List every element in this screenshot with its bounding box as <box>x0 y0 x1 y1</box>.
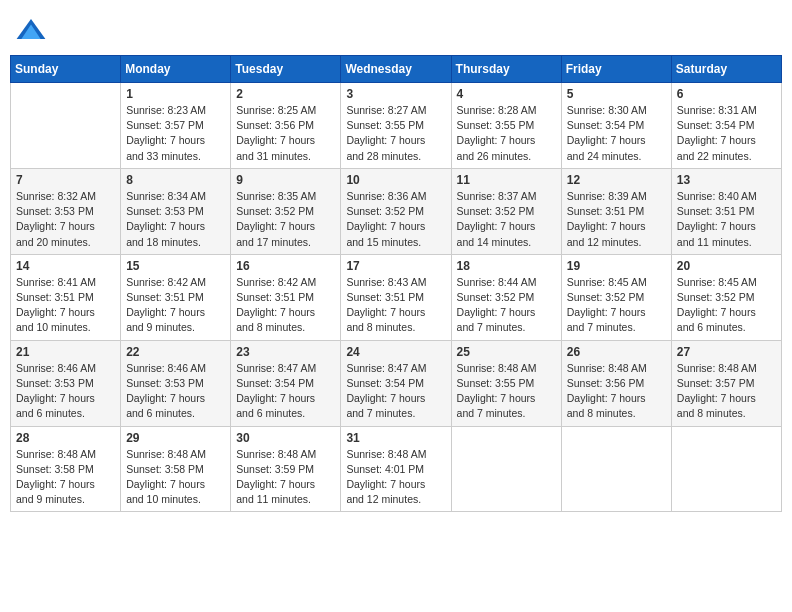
cell-content: Sunrise: 8:45 AMSunset: 3:52 PMDaylight:… <box>567 275 666 336</box>
calendar-cell: 31Sunrise: 8:48 AMSunset: 4:01 PMDayligh… <box>341 426 451 512</box>
day-number: 18 <box>457 259 556 273</box>
calendar-cell: 25Sunrise: 8:48 AMSunset: 3:55 PMDayligh… <box>451 340 561 426</box>
calendar-cell: 2Sunrise: 8:25 AMSunset: 3:56 PMDaylight… <box>231 83 341 169</box>
cell-content: Sunrise: 8:41 AMSunset: 3:51 PMDaylight:… <box>16 275 115 336</box>
cell-content: Sunrise: 8:42 AMSunset: 3:51 PMDaylight:… <box>236 275 335 336</box>
day-number: 24 <box>346 345 445 359</box>
day-number: 3 <box>346 87 445 101</box>
day-number: 28 <box>16 431 115 445</box>
cell-content: Sunrise: 8:36 AMSunset: 3:52 PMDaylight:… <box>346 189 445 250</box>
day-number: 23 <box>236 345 335 359</box>
cell-content: Sunrise: 8:23 AMSunset: 3:57 PMDaylight:… <box>126 103 225 164</box>
logo <box>15 15 49 47</box>
cell-content: Sunrise: 8:48 AMSunset: 3:55 PMDaylight:… <box>457 361 556 422</box>
day-number: 4 <box>457 87 556 101</box>
cell-content: Sunrise: 8:48 AMSunset: 3:59 PMDaylight:… <box>236 447 335 508</box>
calendar-cell: 3Sunrise: 8:27 AMSunset: 3:55 PMDaylight… <box>341 83 451 169</box>
calendar-cell: 8Sunrise: 8:34 AMSunset: 3:53 PMDaylight… <box>121 168 231 254</box>
calendar-cell: 7Sunrise: 8:32 AMSunset: 3:53 PMDaylight… <box>11 168 121 254</box>
day-number: 29 <box>126 431 225 445</box>
calendar-cell: 9Sunrise: 8:35 AMSunset: 3:52 PMDaylight… <box>231 168 341 254</box>
calendar-cell: 11Sunrise: 8:37 AMSunset: 3:52 PMDayligh… <box>451 168 561 254</box>
cell-content: Sunrise: 8:46 AMSunset: 3:53 PMDaylight:… <box>16 361 115 422</box>
weekday-header-thursday: Thursday <box>451 56 561 83</box>
weekday-header-monday: Monday <box>121 56 231 83</box>
cell-content: Sunrise: 8:47 AMSunset: 3:54 PMDaylight:… <box>236 361 335 422</box>
cell-content: Sunrise: 8:27 AMSunset: 3:55 PMDaylight:… <box>346 103 445 164</box>
day-number: 22 <box>126 345 225 359</box>
cell-content: Sunrise: 8:47 AMSunset: 3:54 PMDaylight:… <box>346 361 445 422</box>
calendar-cell: 28Sunrise: 8:48 AMSunset: 3:58 PMDayligh… <box>11 426 121 512</box>
day-number: 2 <box>236 87 335 101</box>
day-number: 13 <box>677 173 776 187</box>
calendar-cell: 21Sunrise: 8:46 AMSunset: 3:53 PMDayligh… <box>11 340 121 426</box>
cell-content: Sunrise: 8:48 AMSunset: 3:57 PMDaylight:… <box>677 361 776 422</box>
day-number: 8 <box>126 173 225 187</box>
day-number: 1 <box>126 87 225 101</box>
day-number: 25 <box>457 345 556 359</box>
day-number: 19 <box>567 259 666 273</box>
day-number: 17 <box>346 259 445 273</box>
calendar-cell: 1Sunrise: 8:23 AMSunset: 3:57 PMDaylight… <box>121 83 231 169</box>
calendar-cell: 4Sunrise: 8:28 AMSunset: 3:55 PMDaylight… <box>451 83 561 169</box>
calendar-cell: 27Sunrise: 8:48 AMSunset: 3:57 PMDayligh… <box>671 340 781 426</box>
logo-icon <box>15 15 47 47</box>
day-number: 9 <box>236 173 335 187</box>
page-header <box>10 10 782 47</box>
cell-content: Sunrise: 8:28 AMSunset: 3:55 PMDaylight:… <box>457 103 556 164</box>
cell-content: Sunrise: 8:46 AMSunset: 3:53 PMDaylight:… <box>126 361 225 422</box>
weekday-header-saturday: Saturday <box>671 56 781 83</box>
cell-content: Sunrise: 8:39 AMSunset: 3:51 PMDaylight:… <box>567 189 666 250</box>
weekday-header-tuesday: Tuesday <box>231 56 341 83</box>
calendar-cell: 22Sunrise: 8:46 AMSunset: 3:53 PMDayligh… <box>121 340 231 426</box>
day-number: 16 <box>236 259 335 273</box>
calendar-week-row: 21Sunrise: 8:46 AMSunset: 3:53 PMDayligh… <box>11 340 782 426</box>
calendar-cell: 10Sunrise: 8:36 AMSunset: 3:52 PMDayligh… <box>341 168 451 254</box>
calendar-table: SundayMondayTuesdayWednesdayThursdayFrid… <box>10 55 782 512</box>
calendar-cell: 6Sunrise: 8:31 AMSunset: 3:54 PMDaylight… <box>671 83 781 169</box>
weekday-header-row: SundayMondayTuesdayWednesdayThursdayFrid… <box>11 56 782 83</box>
calendar-cell: 5Sunrise: 8:30 AMSunset: 3:54 PMDaylight… <box>561 83 671 169</box>
day-number: 27 <box>677 345 776 359</box>
calendar-cell: 20Sunrise: 8:45 AMSunset: 3:52 PMDayligh… <box>671 254 781 340</box>
day-number: 15 <box>126 259 225 273</box>
cell-content: Sunrise: 8:34 AMSunset: 3:53 PMDaylight:… <box>126 189 225 250</box>
cell-content: Sunrise: 8:48 AMSunset: 3:56 PMDaylight:… <box>567 361 666 422</box>
day-number: 31 <box>346 431 445 445</box>
calendar-week-row: 14Sunrise: 8:41 AMSunset: 3:51 PMDayligh… <box>11 254 782 340</box>
weekday-header-sunday: Sunday <box>11 56 121 83</box>
day-number: 14 <box>16 259 115 273</box>
cell-content: Sunrise: 8:48 AMSunset: 4:01 PMDaylight:… <box>346 447 445 508</box>
calendar-cell: 15Sunrise: 8:42 AMSunset: 3:51 PMDayligh… <box>121 254 231 340</box>
day-number: 30 <box>236 431 335 445</box>
cell-content: Sunrise: 8:31 AMSunset: 3:54 PMDaylight:… <box>677 103 776 164</box>
calendar-cell: 12Sunrise: 8:39 AMSunset: 3:51 PMDayligh… <box>561 168 671 254</box>
calendar-week-row: 7Sunrise: 8:32 AMSunset: 3:53 PMDaylight… <box>11 168 782 254</box>
calendar-week-row: 1Sunrise: 8:23 AMSunset: 3:57 PMDaylight… <box>11 83 782 169</box>
cell-content: Sunrise: 8:48 AMSunset: 3:58 PMDaylight:… <box>16 447 115 508</box>
calendar-cell: 19Sunrise: 8:45 AMSunset: 3:52 PMDayligh… <box>561 254 671 340</box>
cell-content: Sunrise: 8:43 AMSunset: 3:51 PMDaylight:… <box>346 275 445 336</box>
day-number: 12 <box>567 173 666 187</box>
day-number: 11 <box>457 173 556 187</box>
cell-content: Sunrise: 8:40 AMSunset: 3:51 PMDaylight:… <box>677 189 776 250</box>
day-number: 20 <box>677 259 776 273</box>
cell-content: Sunrise: 8:45 AMSunset: 3:52 PMDaylight:… <box>677 275 776 336</box>
cell-content: Sunrise: 8:30 AMSunset: 3:54 PMDaylight:… <box>567 103 666 164</box>
day-number: 7 <box>16 173 115 187</box>
day-number: 6 <box>677 87 776 101</box>
day-number: 26 <box>567 345 666 359</box>
cell-content: Sunrise: 8:35 AMSunset: 3:52 PMDaylight:… <box>236 189 335 250</box>
calendar-cell: 29Sunrise: 8:48 AMSunset: 3:58 PMDayligh… <box>121 426 231 512</box>
day-number: 10 <box>346 173 445 187</box>
cell-content: Sunrise: 8:32 AMSunset: 3:53 PMDaylight:… <box>16 189 115 250</box>
calendar-cell: 13Sunrise: 8:40 AMSunset: 3:51 PMDayligh… <box>671 168 781 254</box>
calendar-cell: 26Sunrise: 8:48 AMSunset: 3:56 PMDayligh… <box>561 340 671 426</box>
calendar-cell: 16Sunrise: 8:42 AMSunset: 3:51 PMDayligh… <box>231 254 341 340</box>
cell-content: Sunrise: 8:37 AMSunset: 3:52 PMDaylight:… <box>457 189 556 250</box>
cell-content: Sunrise: 8:48 AMSunset: 3:58 PMDaylight:… <box>126 447 225 508</box>
calendar-cell <box>671 426 781 512</box>
calendar-cell: 23Sunrise: 8:47 AMSunset: 3:54 PMDayligh… <box>231 340 341 426</box>
calendar-cell <box>451 426 561 512</box>
cell-content: Sunrise: 8:44 AMSunset: 3:52 PMDaylight:… <box>457 275 556 336</box>
